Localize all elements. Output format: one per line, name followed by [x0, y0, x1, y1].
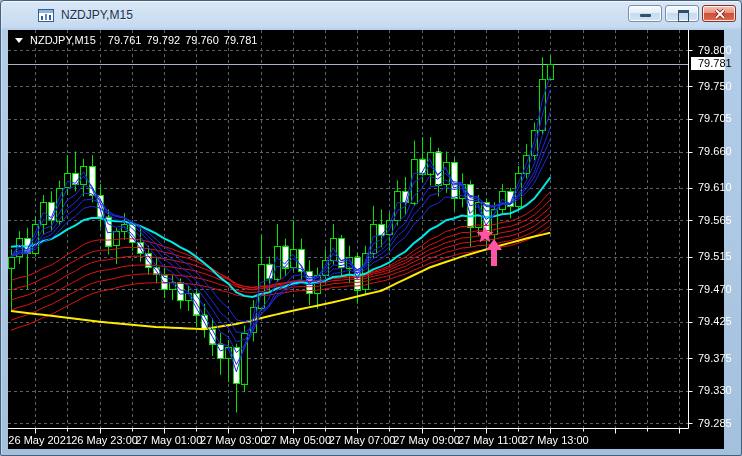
chart-window-icon — [38, 9, 54, 22]
close-button[interactable] — [702, 5, 736, 22]
time-tick-label: 27 May 13:00 — [522, 434, 589, 447]
ohlc-open: 79.761 — [108, 34, 142, 46]
price-tick-label: 79.610 — [698, 181, 732, 194]
price-tick-label: 79.425 — [698, 315, 732, 328]
time-tick-label: 26 May 23:00 — [71, 434, 138, 447]
minimize-icon — [640, 14, 651, 17]
time-tick-label: 27 May 07:00 — [329, 434, 396, 447]
window-title: NZDJPY,M15 — [61, 8, 133, 22]
window-controls — [628, 5, 736, 22]
time-tick-label: 26 May 2021 — [8, 434, 72, 447]
restore-button[interactable] — [665, 5, 699, 22]
minimize-button[interactable] — [628, 5, 662, 22]
ohlc-high: 79.792 — [146, 34, 180, 46]
price-tick-label: 79.750 — [698, 80, 732, 93]
time-tick-label: 27 May 01:00 — [136, 434, 203, 447]
price-axis[interactable]: 79.781 79.80079.75079.70579.66079.61079.… — [689, 30, 724, 428]
price-tick-label: 79.330 — [698, 384, 732, 397]
price-tick-label: 79.375 — [698, 352, 732, 365]
price-tick-label: 79.660 — [698, 145, 732, 158]
price-tick-label: 79.705 — [698, 112, 732, 125]
ohlc-symbol: NZDJPY,M15 — [30, 34, 96, 46]
triangle-down-icon[interactable] — [15, 38, 23, 43]
price-tick-label: 79.470 — [698, 283, 732, 296]
price-tick-label: 79.515 — [698, 250, 732, 263]
ohlc-close: 79.781 — [224, 34, 258, 46]
price-tick-label: 79.565 — [698, 214, 732, 227]
restore-icon — [678, 10, 689, 22]
chart-window: NZDJPY,M15 NZDJPY,M15 79.761 79.792 79.7… — [0, 0, 742, 456]
time-tick-label: 27 May 03:00 — [200, 434, 267, 447]
ohlc-header: NZDJPY,M15 79.761 79.792 79.760 79.781 — [15, 34, 262, 46]
title-bar[interactable]: NZDJPY,M15 — [1, 1, 741, 29]
time-tick-label: 27 May 11:00 — [458, 434, 524, 447]
chart-client-area: NZDJPY,M15 79.761 79.792 79.760 79.781 7… — [8, 30, 724, 449]
price-tick-label: 79.800 — [698, 44, 732, 57]
time-tick-label: 27 May 09:00 — [393, 434, 460, 447]
close-icon — [714, 9, 726, 19]
price-chart-canvas[interactable] — [8, 30, 724, 449]
time-tick-label: 27 May 05:00 — [264, 434, 331, 447]
ohlc-low: 79.760 — [185, 34, 219, 46]
time-axis[interactable]: 26 May 202126 May 23:0027 May 01:0027 Ma… — [8, 428, 724, 449]
current-price-label: 79.781 — [691, 57, 725, 70]
